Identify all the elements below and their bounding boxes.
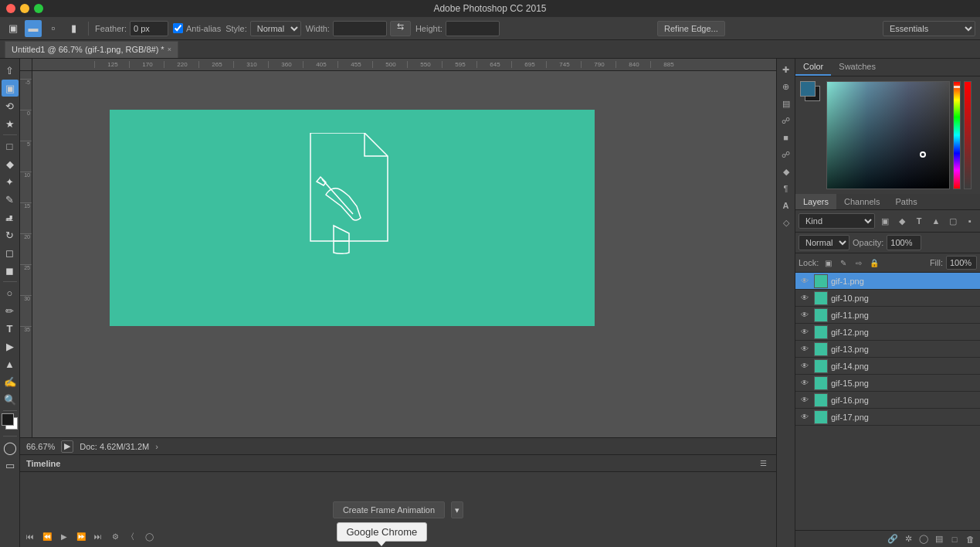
timeline-menu-icon[interactable]: ☰: [756, 457, 770, 471]
clone-tool-icon[interactable]: ⛸: [2, 209, 19, 226]
layer-item[interactable]: 👁 gif-13.png: [795, 341, 980, 358]
record-icon[interactable]: ◯: [142, 529, 156, 543]
layer-item[interactable]: 👁 gif-12.png: [795, 324, 980, 341]
brush-tool-icon[interactable]: ✎: [2, 191, 19, 208]
artboard[interactable]: [110, 110, 595, 326]
healing-tool-icon[interactable]: ✦: [2, 173, 19, 190]
layer-visibility-toggle[interactable]: 👁: [799, 343, 811, 355]
add-effect-icon[interactable]: ✲: [901, 532, 915, 546]
doc-tab-close[interactable]: ×: [168, 46, 171, 53]
rt-btn10[interactable]: ◇: [778, 215, 794, 230]
settings-icon[interactable]: ⚙: [108, 529, 122, 543]
layer-item[interactable]: 👁 gif-1.png: [795, 273, 980, 290]
doc-tab[interactable]: Untitled1 @ 66.7% (gif-1.png, RGB/8#) * …: [5, 41, 178, 58]
close-button[interactable]: [6, 4, 15, 13]
color-swatches-area[interactable]: [2, 413, 19, 433]
tab-swatches[interactable]: Swatches: [831, 59, 883, 76]
goto-start-icon[interactable]: ⏮: [23, 529, 37, 543]
feather-input[interactable]: [130, 21, 168, 36]
window-controls[interactable]: [6, 4, 43, 13]
add-mask-icon[interactable]: ◯: [917, 532, 931, 546]
layer-visibility-toggle[interactable]: 👁: [799, 326, 811, 338]
path-select-icon[interactable]: ▶: [2, 338, 19, 355]
rt-btn5[interactable]: ■: [778, 130, 794, 145]
layer-item[interactable]: 👁 gif-17.png: [795, 409, 980, 426]
rt-btn8[interactable]: ¶: [778, 181, 794, 196]
gradient-tool-icon[interactable]: ◼: [2, 262, 19, 279]
layer-visibility-toggle[interactable]: 👁: [799, 275, 811, 287]
lock-paint-icon[interactable]: ✎: [837, 257, 849, 269]
hand-tool-icon[interactable]: ✍: [2, 373, 19, 390]
layer-visibility-toggle[interactable]: 👁: [799, 292, 811, 304]
rt-btn7[interactable]: ◆: [778, 164, 794, 179]
delete-layer-icon[interactable]: 🗑: [963, 532, 977, 546]
canvas-scroll[interactable]: [32, 71, 776, 437]
marquee-tool-icon[interactable]: ▣: [2, 80, 19, 97]
new-group-icon[interactable]: ▤: [932, 532, 946, 546]
link-layers-icon[interactable]: 🔗: [886, 532, 900, 546]
lasso-tool-icon[interactable]: ⟲: [2, 97, 19, 114]
layer-visibility-toggle[interactable]: 👁: [799, 411, 811, 423]
width-input[interactable]: [333, 21, 387, 36]
history-brush-icon[interactable]: ↻: [2, 226, 19, 243]
swap-wh-icon[interactable]: ⇆: [390, 21, 411, 36]
workspace-select[interactable]: Essentials: [883, 21, 975, 36]
color-spectrum[interactable]: [826, 81, 950, 189]
layer-item[interactable]: 👁 gif-11.png: [795, 307, 980, 324]
eraser-tool-icon[interactable]: ◻: [2, 244, 19, 261]
lock-move-icon[interactable]: ⇨: [853, 257, 865, 269]
animation-type-dropdown[interactable]: ▾: [451, 501, 463, 518]
maximize-button[interactable]: [34, 4, 43, 13]
quickselect-tool-icon[interactable]: ★: [2, 115, 19, 132]
column-icon[interactable]: ▮: [65, 20, 82, 37]
eyedropper-tool-icon[interactable]: ◆: [2, 155, 19, 172]
filter-adjust-icon[interactable]: ◆: [895, 214, 909, 228]
rt-btn2[interactable]: ⊕: [778, 79, 794, 94]
tab-color[interactable]: Color: [795, 59, 831, 76]
rt-btn1[interactable]: ✚: [778, 62, 794, 77]
filter-pixel-icon[interactable]: ▣: [878, 214, 892, 228]
play-icon[interactable]: ▶: [57, 529, 71, 543]
foreground-color-swatch[interactable]: [2, 413, 14, 426]
layers-mode-select[interactable]: Normal: [799, 235, 849, 250]
goto-end-icon[interactable]: ⏭: [91, 529, 105, 543]
tab-paths[interactable]: Paths: [888, 194, 925, 209]
create-frame-animation-button[interactable]: Create Frame Animation: [333, 501, 445, 518]
filter-smart-icon[interactable]: ▢: [946, 214, 960, 228]
lock-pixels-icon[interactable]: ▣: [822, 257, 834, 269]
lasso-icon[interactable]: ▫: [45, 20, 62, 37]
zoom-tool-icon[interactable]: 🔍: [2, 391, 19, 408]
foreground-color-box[interactable]: [800, 81, 816, 97]
fill-input[interactable]: [946, 256, 977, 270]
style-select[interactable]: Normal: [250, 21, 301, 36]
layers-kind-select[interactable]: Kind: [799, 213, 875, 229]
doc-size-arrow[interactable]: ›: [155, 442, 158, 451]
filter-extra-icon[interactable]: ▪: [963, 214, 977, 228]
dodge-tool-icon[interactable]: ○: [2, 284, 19, 301]
rt-btn3[interactable]: ▤: [778, 96, 794, 111]
tab-layers[interactable]: Layers: [795, 194, 836, 209]
layer-item[interactable]: 👁 gif-16.png: [795, 392, 980, 409]
layer-item[interactable]: 👁 gif-10.png: [795, 290, 980, 307]
filter-type-icon[interactable]: T: [912, 214, 926, 228]
lock-all-icon[interactable]: 🔒: [868, 257, 880, 269]
shape-tool-icon[interactable]: ▲: [2, 355, 19, 372]
rt-btn4[interactable]: ☍: [778, 113, 794, 128]
rt-btn6[interactable]: ☍: [778, 147, 794, 162]
refine-edge-button[interactable]: Refine Edge...: [657, 21, 725, 36]
layer-visibility-toggle[interactable]: 👁: [799, 377, 811, 389]
type-tool-icon[interactable]: T: [2, 320, 19, 337]
layer-visibility-toggle[interactable]: 👁: [799, 309, 811, 321]
opacity-bar[interactable]: [964, 81, 972, 189]
height-input[interactable]: [446, 21, 500, 36]
marquee-ellipse-icon[interactable]: ▬: [25, 20, 42, 37]
hue-bar[interactable]: [953, 81, 961, 189]
layer-item[interactable]: 👁 gif-14.png: [795, 358, 980, 375]
layer-item[interactable]: 👁 gif-15.png: [795, 375, 980, 392]
marquee-rect-icon[interactable]: ▣: [5, 20, 22, 37]
new-layer-icon[interactable]: □: [948, 532, 961, 546]
tab-channels[interactable]: Channels: [836, 194, 887, 209]
move-tool-icon[interactable]: ⇧: [2, 62, 19, 79]
zoom-arrow-btn[interactable]: ▶: [61, 440, 73, 453]
crop-tool-icon[interactable]: □: [2, 138, 19, 155]
